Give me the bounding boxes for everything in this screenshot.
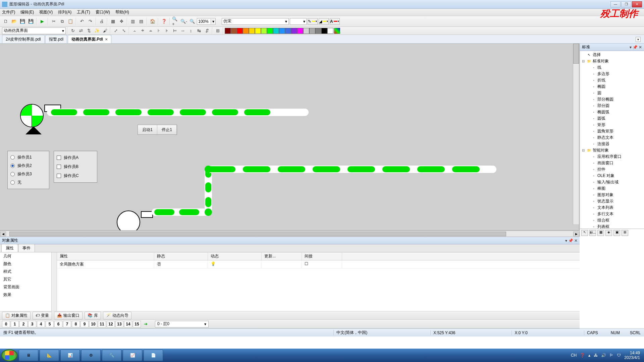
taskbar-item-5[interactable]: 🔧: [102, 350, 121, 361]
palette-color[interactable]: [279, 28, 285, 34]
zoom-value[interactable]: [197, 18, 211, 24]
canvas-vscrollbar[interactable]: [573, 44, 579, 224]
center-button[interactable]: ⊞: [214, 27, 221, 35]
taskbar-clock[interactable]: 14:49 2023/4/1: [624, 351, 640, 360]
taskbar-item-4[interactable]: ⚙: [81, 350, 101, 361]
taskbar-item-3[interactable]: 📊: [60, 350, 80, 361]
layer-number-4[interactable]: 4: [37, 321, 45, 327]
palette-color[interactable]: [237, 28, 243, 34]
redo-button[interactable]: ↷: [87, 18, 94, 25]
align-top-button[interactable]: ⫠: [131, 27, 138, 35]
layer-number-14[interactable]: 14: [124, 321, 132, 327]
paste-button[interactable]: 📋: [67, 18, 74, 25]
palette-color[interactable]: [315, 28, 321, 34]
property-category-list[interactable]: 几何 颜色 样式 其它 背景画面 效果: [0, 252, 57, 311]
palette-color[interactable]: [303, 28, 309, 34]
minimize-button[interactable]: —: [610, 1, 621, 7]
props-close-icon[interactable]: ✕: [574, 238, 578, 243]
close-button[interactable]: ✕: [632, 1, 642, 7]
tree-node[interactable]: ◦圆角矩形: [580, 128, 644, 134]
ime-indicator[interactable]: CH: [571, 353, 577, 358]
design-canvas[interactable]: 启动1 停止1 操作员1 操作员2 操作员3 无 操作员A 操作员B 操作员C: [0, 44, 579, 231]
check-opC[interactable]: [57, 174, 61, 178]
tree-node[interactable]: ◦部分圆: [580, 103, 644, 109]
bottom-tab-output[interactable]: 📤输出窗口: [54, 312, 83, 319]
tray-icon-2[interactable]: ▴: [588, 353, 590, 358]
tree-node[interactable]: ◦静态文本: [580, 134, 644, 141]
palette-color[interactable]: [309, 28, 315, 34]
layer-combo[interactable]: 0 - 层0▾: [155, 321, 209, 327]
palette-color[interactable]: [285, 28, 291, 34]
highlight-color-button[interactable]: ✎▾: [308, 18, 318, 25]
dist-v-button[interactable]: ↕: [187, 27, 195, 35]
tree-node[interactable]: ▫列表框: [580, 224, 644, 229]
tree-node[interactable]: ◦多边形: [580, 71, 644, 77]
tree-node[interactable]: ◦折线: [580, 77, 644, 83]
menu-help[interactable]: 帮助(H): [115, 9, 129, 15]
layer-number-0[interactable]: 0: [2, 321, 10, 327]
radio-op1[interactable]: [10, 155, 15, 160]
text-color-button[interactable]: A▾: [330, 18, 340, 25]
tool-mirror-button[interactable]: ⇄: [77, 27, 85, 35]
palette-tab-5[interactable]: ⊞: [622, 230, 628, 236]
layer-number-7[interactable]: 7: [63, 321, 71, 327]
align-left-button[interactable]: ⤢: [112, 27, 119, 35]
play-button[interactable]: ▶: [39, 18, 46, 25]
layer-number-8[interactable]: 8: [72, 321, 80, 327]
palette-color[interactable]: [231, 28, 237, 34]
undo-button[interactable]: ↶: [78, 18, 86, 25]
props-pin-icon[interactable]: 📌: [568, 238, 573, 243]
align-vleft-button[interactable]: ⊦: [155, 27, 162, 35]
restore-button[interactable]: ❐: [621, 1, 631, 7]
canvas-hscrollbar[interactable]: ◀▶: [0, 231, 579, 237]
menu-file[interactable]: 文件(F): [2, 9, 15, 15]
grid-button[interactable]: ▦: [109, 18, 117, 25]
palette-color[interactable]: [321, 28, 327, 34]
tab-animation-sim[interactable]: 动画仿真界面.Pdl ✕: [68, 35, 111, 43]
align-mid-button[interactable]: ⫩: [139, 27, 146, 35]
object-tree[interactable]: ↖选择⊟📁标准对象◦线◦多边形◦折线◦椭圆◦圆◦部分椭圆◦部分圆◦椭圆弧◦圆弧◦…: [580, 51, 644, 229]
cut-button[interactable]: ✂: [50, 18, 57, 25]
bottom-tab-object-props[interactable]: 📋对象属性: [2, 312, 31, 319]
radio-op2[interactable]: [10, 164, 15, 168]
new-button[interactable]: 🗋: [2, 18, 9, 25]
menu-window[interactable]: 窗口(W): [96, 9, 110, 15]
help-button[interactable]: ❓: [160, 18, 168, 25]
layer-number-3[interactable]: 3: [28, 321, 36, 327]
layer-number-13[interactable]: 13: [115, 321, 123, 327]
radio-op3[interactable]: [10, 172, 15, 176]
palette-tab-4[interactable]: ▣: [613, 230, 620, 236]
tree-node[interactable]: ◦椭圆: [580, 83, 644, 90]
palette-color[interactable]: [267, 28, 273, 34]
radio-none[interactable]: [10, 180, 15, 185]
tab-belt-control[interactable]: 2#皮带控制界面.pdl: [2, 35, 45, 43]
props-tab-attributes[interactable]: 属性: [1, 244, 18, 252]
tree-node[interactable]: ▫状态显示: [580, 198, 644, 204]
menu-arrange[interactable]: 排列(A): [58, 9, 71, 15]
palette-color[interactable]: [243, 28, 249, 34]
palette-color[interactable]: [225, 28, 231, 34]
layer-number-12[interactable]: 12: [107, 321, 115, 327]
layer-next-button[interactable]: ➔: [142, 320, 149, 328]
align-vcenter-button[interactable]: ⊧: [163, 27, 170, 35]
zoom-out-button[interactable]: 🔍-: [180, 18, 187, 25]
start-button[interactable]: [1, 349, 17, 361]
palette-pin-icon[interactable]: 📌: [633, 45, 638, 50]
property-grid[interactable]: 属性 静态 动态 更新... 间接 全局颜色方案 否 💡 ☐: [57, 252, 580, 311]
palette-dropdown-icon[interactable]: ▾: [630, 45, 632, 50]
tray-shield-icon[interactable]: 🛡: [617, 353, 621, 358]
tree-node[interactable]: ▫输入/输出域: [580, 179, 644, 185]
tree-node[interactable]: ▫OLE 对象: [580, 173, 644, 179]
menu-view[interactable]: 视图(V): [39, 9, 53, 15]
tree-node[interactable]: ▫控件: [580, 166, 644, 173]
tree-node[interactable]: ◦矩形: [580, 122, 644, 128]
tray-flag-icon[interactable]: 🏳: [609, 353, 613, 358]
zoom-combo[interactable]: ▾: [197, 18, 216, 25]
layout1-button[interactable]: ▥: [129, 18, 137, 25]
stop1-button[interactable]: 停止1: [157, 125, 177, 134]
align-right-button[interactable]: ⤡: [120, 27, 127, 35]
tree-node[interactable]: ◦线: [580, 64, 644, 71]
tree-node[interactable]: ↖选择: [580, 52, 644, 58]
layer-number-5[interactable]: 5: [46, 321, 54, 327]
same-h-button[interactable]: ⇵: [203, 27, 211, 35]
